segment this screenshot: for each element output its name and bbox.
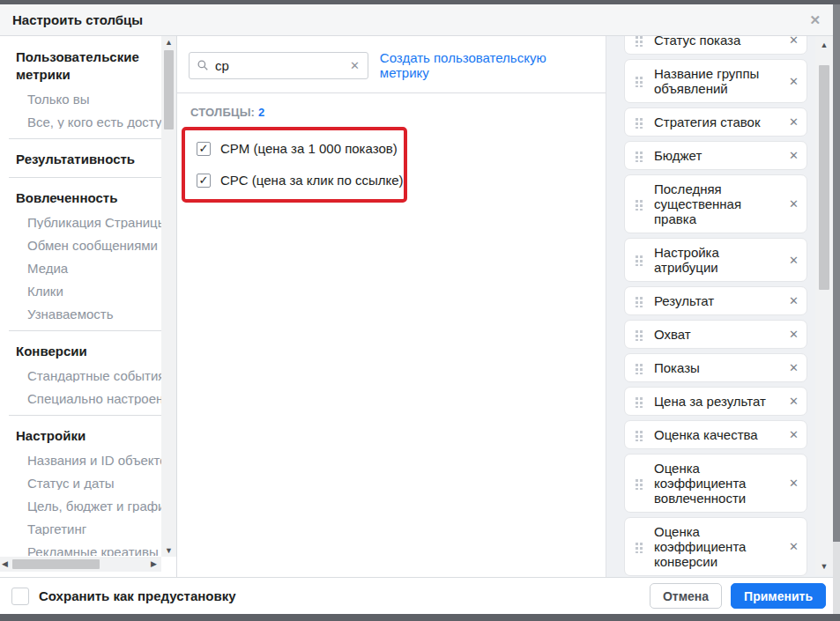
selected-column-card[interactable]: Название группы объявлений✕ [624,59,807,103]
sidebar-hscrollbar-thumb[interactable] [12,559,100,569]
metric-label[interactable]: CPC (цена за клик по ссылке) [220,173,404,188]
scroll-left-icon[interactable]: ◀ [2,557,8,572]
drag-handle-icon[interactable] [635,198,643,211]
search-value[interactable]: ср [215,58,350,73]
columns-caption: СТОЛБЦЫ: 2 [177,93,606,119]
save-preset-label[interactable]: Сохранить как предустановку [39,588,236,603]
metric-label[interactable]: CPM (цена за 1 000 показов) [220,141,398,156]
selected-column-card[interactable]: Показы✕ [624,353,807,382]
scroll-right-icon[interactable]: ▶ [151,557,157,572]
dialog-body: Пользовательские метрикиТолько выВсе, у … [0,36,833,577]
remove-column-icon[interactable]: ✕ [789,540,799,553]
scroll-up-icon[interactable]: ▲ [815,39,833,51]
metric-checkbox[interactable]: ✓ [197,174,211,188]
sidebar-item[interactable]: Только вы [0,92,161,106]
columns-label: СТОЛБЦЫ: [190,106,255,119]
sidebar-item[interactable]: Публикация Страницы [0,216,161,229]
selected-column-card[interactable]: Последняя существенная правка✕ [624,174,807,233]
drag-handle-icon[interactable] [635,75,643,87]
annotation-highlight-box: ✓CPM (цена за 1 000 показов)✓CPC (цена з… [182,127,407,203]
sidebar-section-header[interactable]: Вовлеченность [0,189,161,207]
remove-column-icon[interactable]: ✕ [789,254,799,267]
sidebar-divider [9,330,161,331]
remove-column-icon[interactable]: ✕ [789,294,799,307]
drag-handle-icon[interactable] [635,36,643,47]
sidebar-item[interactable]: Рекламные креативы [0,545,161,556]
remove-column-icon[interactable]: ✕ [789,328,799,341]
close-icon[interactable]: ✕ [809,12,821,28]
selected-column-card[interactable]: Статус показа✕ [624,36,807,55]
selected-column-card[interactable]: Оценка коэффициента вовлеченности✕ [624,454,807,513]
clear-search-icon[interactable]: ✕ [350,59,360,72]
scroll-down-icon[interactable]: ▼ [815,560,833,573]
sidebar-item[interactable]: Специально настроенны [0,392,161,405]
drag-handle-icon[interactable] [635,295,643,307]
selected-column-card[interactable]: Оценка качества✕ [624,420,807,449]
selected-column-label: Оценка коэффициента конверсии [654,524,784,569]
category-list: Пользовательские метрикиТолько выВсе, у … [0,36,161,556]
remove-column-icon[interactable]: ✕ [789,428,799,441]
sidebar-horizontal-scrollbar[interactable]: ◀ ▶ [0,557,161,572]
selected-column-card[interactable]: Оценка коэффициента конверсии✕ [624,517,807,576]
page-overlay-top [0,0,840,4]
apply-button[interactable]: Применить [731,583,826,609]
selected-column-card[interactable]: Охват✕ [624,320,807,349]
remove-column-icon[interactable]: ✕ [789,477,799,490]
selected-column-label: Результат [654,293,784,308]
sidebar-item[interactable]: Все, у кого есть доступ к [0,115,161,129]
drag-handle-icon[interactable] [635,329,643,341]
columns-scrollbar-thumb[interactable] [819,65,829,290]
remove-column-icon[interactable]: ✕ [789,197,799,211]
columns-vertical-scrollbar[interactable]: ▲ ▼ [815,36,833,575]
sidebar-item[interactable]: Медиа [0,262,161,275]
columns-count: 2 [258,106,264,119]
selected-column-label: Цена за результат [654,394,784,409]
sidebar-section-header[interactable]: Пользовательские метрики [0,48,161,84]
remove-column-icon[interactable]: ✕ [789,149,799,162]
selected-column-card[interactable]: Цена за результат✕ [624,387,807,416]
sidebar-item[interactable]: Статус и даты [0,477,161,490]
category-sidebar: Пользовательские метрикиТолько выВсе, у … [0,36,176,577]
metric-row[interactable]: ✓CPC (цена за клик по ссылке) [197,173,398,188]
cancel-button[interactable]: Отмена [650,583,722,609]
drag-handle-icon[interactable] [635,429,643,441]
sidebar-item[interactable]: Узнаваемость [0,307,161,321]
sidebar-item[interactable]: Таргетинг [0,522,161,536]
sidebar-item[interactable]: Названия и ID объектов [0,454,161,467]
remove-column-icon[interactable]: ✕ [789,361,799,374]
selected-column-card[interactable]: Результат✕ [624,286,807,315]
dialog-footer: Сохранить как предустановку Отмена Приме… [0,577,833,614]
drag-handle-icon[interactable] [635,150,643,162]
selected-column-card[interactable]: Бюджет✕ [624,141,807,170]
search-input[interactable]: ср ✕ [189,52,368,79]
sidebar-scrollbar-thumb[interactable] [164,50,174,129]
metric-row[interactable]: ✓CPM (цена за 1 000 показов) [197,141,398,156]
create-custom-metric-link[interactable]: Создать пользовательскую метрику [380,50,593,80]
sidebar-item[interactable]: Стандартные события [0,369,161,382]
metric-checkbox[interactable]: ✓ [197,142,211,156]
selected-column-label: Настройка атрибуции [654,245,784,275]
sidebar-section-header[interactable]: Конверсии [0,343,161,360]
drag-handle-icon[interactable] [635,541,643,553]
drag-handle-icon[interactable] [635,396,643,408]
sidebar-item[interactable]: Клики [0,285,161,298]
sidebar-section-header[interactable]: Настройки [0,427,161,445]
scroll-up-icon[interactable]: ▲ [161,36,176,48]
remove-column-icon[interactable]: ✕ [789,36,799,47]
remove-column-icon[interactable]: ✕ [789,395,799,408]
remove-column-icon[interactable]: ✕ [789,75,799,88]
selected-column-card[interactable]: Стратегия ставок✕ [624,107,807,137]
sidebar-item[interactable]: Обмен сообщениями [0,239,161,252]
scroll-down-icon[interactable]: ▼ [161,544,176,557]
selected-column-label: Бюджет [654,148,784,163]
save-preset-checkbox[interactable] [11,588,29,605]
sidebar-section-header[interactable]: Результативность [0,151,161,168]
drag-handle-icon[interactable] [635,477,643,490]
remove-column-icon[interactable]: ✕ [789,115,799,129]
drag-handle-icon[interactable] [635,116,643,129]
sidebar-vertical-scrollbar[interactable]: ▲ ▼ [161,36,176,557]
drag-handle-icon[interactable] [635,254,643,266]
selected-column-card[interactable]: Настройка атрибуции✕ [624,238,807,282]
sidebar-item[interactable]: Цель, бюджет и график [0,499,161,513]
drag-handle-icon[interactable] [635,362,643,374]
